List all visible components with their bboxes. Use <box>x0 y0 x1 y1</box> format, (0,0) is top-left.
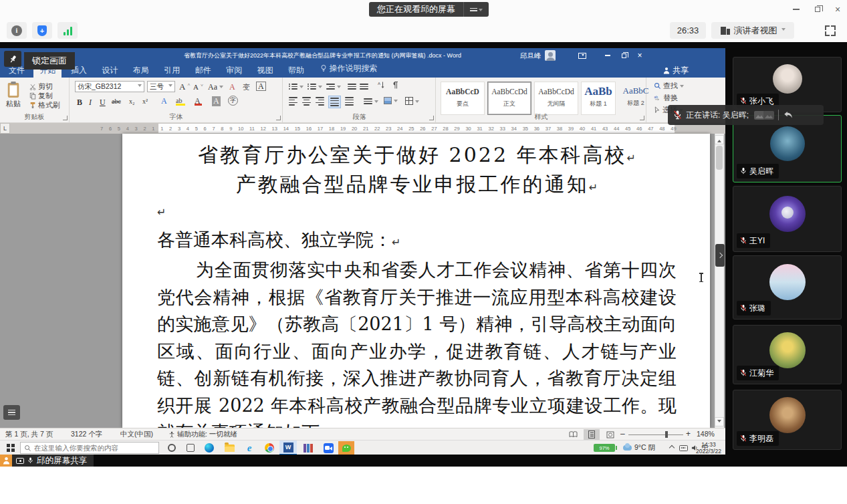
start-button[interactable] <box>3 440 18 455</box>
participant-tile[interactable]: 张小飞 <box>733 57 842 112</box>
watching-banner[interactable]: 您正在观看邱的屏幕 <box>369 2 489 17</box>
tray-expand-button[interactable] <box>667 440 677 455</box>
character-shading-button[interactable]: A <box>212 96 221 106</box>
document-page[interactable]: 省教育厅办公室关于做好 2022 年本科高校↵ 产教融合型品牌专业申报工作的通知… <box>122 134 710 428</box>
scroll-down-button[interactable] <box>715 417 724 426</box>
accessibility-status[interactable]: 辅助功能: 一切就绪 <box>168 428 237 440</box>
weather-widget[interactable]: 9°C 阴 <box>623 440 655 455</box>
search-input[interactable] <box>34 444 148 452</box>
borders-button[interactable] <box>405 97 419 105</box>
tab-mailings[interactable]: 邮件 <box>189 63 217 78</box>
superscript-button[interactable]: x² <box>142 98 148 105</box>
word-minimize-button[interactable] <box>600 48 615 63</box>
share-indicator-bar[interactable]: 邱的屏幕共享 <box>12 455 94 467</box>
align-center-button[interactable] <box>302 97 311 106</box>
scrollbar-thumb[interactable] <box>716 146 723 170</box>
zoom-level[interactable]: 148% <box>697 428 715 440</box>
scroll-up-button[interactable] <box>715 135 724 144</box>
line-spacing-button[interactable] <box>364 97 378 106</box>
strikethrough-button[interactable]: abc <box>112 98 121 105</box>
bold-button[interactable]: B <box>77 98 82 108</box>
sharer-badge[interactable] <box>0 455 12 467</box>
word-close-button[interactable]: × <box>632 48 647 63</box>
app-close-button[interactable]: × <box>829 3 846 16</box>
taskbar-meeting[interactable] <box>320 440 337 455</box>
enclose-characters-button[interactable]: 字 <box>228 96 238 106</box>
bullets-button[interactable] <box>289 82 304 91</box>
subscript-button[interactable]: x₂ <box>129 98 135 105</box>
tab-design[interactable]: 设计 <box>96 63 124 78</box>
sidebar-collapse-handle[interactable] <box>715 244 725 267</box>
clear-format-button[interactable]: A <box>229 82 235 92</box>
taskbar-edge[interactable] <box>201 440 218 455</box>
decrease-indent-button[interactable] <box>348 82 356 91</box>
paste-button[interactable]: 粘贴 <box>6 81 21 109</box>
align-left-button[interactable] <box>289 97 297 106</box>
tab-view[interactable]: 视图 <box>251 63 279 78</box>
text-effects-button[interactable]: A <box>161 97 167 105</box>
task-view-button[interactable] <box>182 440 199 455</box>
cut-button[interactable]: 剪切 <box>29 82 53 92</box>
network-status-button[interactable] <box>57 22 78 39</box>
font-size-combo[interactable]: 三号 <box>147 81 175 92</box>
zoom-in-button[interactable]: + <box>686 428 691 440</box>
sort-button[interactable]: A <box>377 81 385 90</box>
page-indicator[interactable]: 第 1 页, 共 7 页 <box>5 428 53 440</box>
taskbar-explorer[interactable] <box>221 440 238 455</box>
zoom-out-button[interactable]: – <box>620 428 625 440</box>
reply-arrow-icon[interactable] <box>783 110 794 120</box>
font-dialog-launcher[interactable] <box>276 116 281 120</box>
pin-screen-button[interactable] <box>4 51 21 67</box>
meeting-info-button[interactable]: i <box>7 22 27 39</box>
multilevel-list-button[interactable] <box>326 82 341 91</box>
battery-indicator[interactable]: 97% <box>594 440 615 455</box>
app-restore-button[interactable] <box>809 3 826 16</box>
banner-menu-button[interactable] <box>463 2 489 17</box>
show-marks-button[interactable] <box>392 81 399 90</box>
tab-review[interactable]: 审阅 <box>220 63 248 78</box>
word-share-button[interactable]: 共享 <box>663 63 689 78</box>
change-case-button[interactable]: Aa <box>208 82 223 92</box>
copy-button[interactable]: 复制 <box>29 91 53 101</box>
distribute-button[interactable] <box>345 97 354 106</box>
word-count[interactable]: 3122 个字 <box>71 428 102 440</box>
vertical-scrollbar[interactable] <box>715 134 724 428</box>
read-mode-button[interactable] <box>565 429 581 440</box>
highlight-button[interactable]: ab <box>176 97 184 105</box>
taskbar-ie[interactable]: e <box>241 440 258 455</box>
shading-button[interactable] <box>384 97 398 104</box>
protection-button[interactable]: + <box>32 22 52 39</box>
numbering-button[interactable] <box>308 82 322 91</box>
participant-tile[interactable]: 江菊华 <box>733 325 842 384</box>
zoom-slider[interactable] <box>628 434 683 436</box>
language-indicator[interactable]: 中文(中国) <box>120 428 153 440</box>
character-border-button[interactable]: A <box>256 82 266 91</box>
print-layout-button[interactable] <box>584 429 600 440</box>
taskbar-winrar[interactable] <box>299 440 317 455</box>
tab-layout[interactable]: 布局 <box>127 63 155 78</box>
app-minimize-button[interactable] <box>788 3 805 16</box>
tab-selector[interactable]: L <box>0 123 10 134</box>
ribbon-display-options-button[interactable] <box>575 48 590 63</box>
format-painter-button[interactable]: 格式刷 <box>29 100 60 110</box>
participant-tile[interactable]: 李明磊 <box>733 390 842 450</box>
cortana-button[interactable] <box>163 440 180 455</box>
participant-tile[interactable]: 张璐 <box>733 255 842 320</box>
tab-references[interactable]: 引用 <box>158 63 186 78</box>
increase-indent-button[interactable] <box>360 82 368 91</box>
justify-button[interactable] <box>329 96 340 108</box>
shrink-font-button[interactable]: A˅ <box>193 83 203 91</box>
web-layout-button[interactable] <box>602 429 618 440</box>
participant-tile[interactable]: 吴启晖 <box>733 115 842 182</box>
ruler[interactable]: 7654321123456789101112131415161718192021… <box>0 123 725 134</box>
underline-button[interactable]: U <box>100 98 106 108</box>
italic-button[interactable]: I <box>89 98 92 108</box>
align-right-button[interactable] <box>316 97 324 106</box>
paragraph-dialog-launcher[interactable] <box>429 116 434 120</box>
font-name-combo[interactable]: 仿宋_GB2312 <box>75 81 144 92</box>
taskbar-wechat[interactable] <box>338 440 354 455</box>
view-mode-button[interactable]: 演讲者视图 <box>711 22 794 39</box>
zoom-slider-thumb[interactable] <box>665 431 668 438</box>
font-color-button[interactable]: A <box>195 97 201 105</box>
tell-me-search[interactable]: 操作说明搜索 <box>320 63 378 74</box>
